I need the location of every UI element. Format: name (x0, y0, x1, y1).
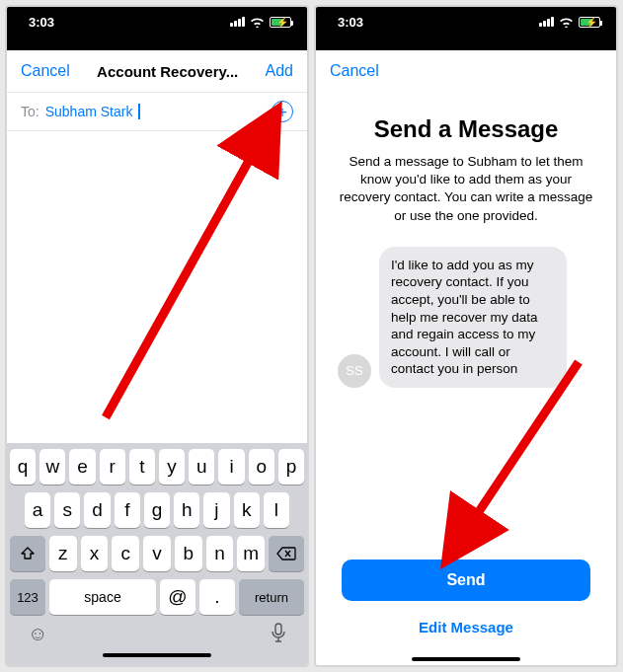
key-h[interactable]: h (174, 492, 199, 528)
key-row-2: asdfghjkl (10, 492, 304, 528)
status-bar: 3:03 ⚡ (7, 7, 307, 37)
content-area: Send a Message Send a message to Subham … (316, 92, 616, 665)
status-time: 3:03 (338, 15, 363, 30)
key-o[interactable]: o (249, 449, 274, 485)
shift-key[interactable] (10, 536, 45, 571)
key-f[interactable]: f (115, 492, 140, 528)
to-field[interactable]: To: Subham Stark + (7, 92, 307, 131)
nav-bar: Cancel (316, 50, 616, 92)
key-l[interactable]: l (264, 492, 289, 528)
add-button[interactable]: Add (266, 62, 293, 80)
page-subtitle: Send a message to Subham to let them kno… (334, 153, 598, 225)
key-y[interactable]: y (159, 449, 185, 485)
key-b[interactable]: b (175, 536, 202, 571)
message-bubble: I'd like to add you as my recovery conta… (379, 247, 567, 388)
key-row-1: qwertyuiop (10, 449, 304, 485)
at-key[interactable]: @ (160, 579, 195, 615)
key-m[interactable]: m (237, 536, 265, 571)
nav-title: Account Recovery... (97, 63, 238, 80)
add-recipient-button[interactable]: + (272, 101, 293, 122)
key-v[interactable]: v (143, 536, 171, 571)
numbers-key[interactable]: 123 (10, 579, 45, 615)
key-q[interactable]: q (10, 449, 36, 485)
key-w[interactable]: w (39, 449, 65, 485)
page-title: Send a Message (334, 115, 598, 143)
key-c[interactable]: c (112, 536, 139, 571)
key-k[interactable]: k (234, 492, 260, 528)
key-r[interactable]: r (100, 449, 125, 485)
key-u[interactable]: u (189, 449, 214, 485)
space-key[interactable]: space (49, 579, 156, 615)
cellular-icon (230, 17, 245, 27)
avatar: SS (338, 354, 371, 388)
annotation-arrow (66, 102, 293, 427)
key-n[interactable]: n (206, 536, 234, 571)
status-time: 3:03 (29, 15, 54, 30)
emoji-key[interactable]: ☺ (28, 623, 47, 647)
svg-rect-1 (275, 624, 281, 635)
dictation-key[interactable] (271, 623, 286, 647)
svg-line-2 (450, 362, 579, 555)
key-d[interactable]: d (84, 492, 110, 528)
cancel-button[interactable]: Cancel (330, 62, 379, 80)
black-spacer (316, 37, 616, 50)
to-recipient[interactable]: Subham Stark (45, 104, 133, 119)
send-button[interactable]: Send (342, 560, 590, 601)
edit-message-button[interactable]: Edit Message (334, 611, 598, 643)
cancel-button[interactable]: Cancel (21, 62, 70, 80)
status-icons: ⚡ (539, 17, 600, 28)
keyboard: qwertyuiop asdfghjkl zxcvbnm 123 space @… (7, 443, 307, 665)
key-p[interactable]: p (278, 449, 304, 485)
key-j[interactable]: j (203, 492, 229, 528)
to-label: To: (21, 104, 39, 119)
phone-right: 3:03 ⚡ Cancel Send a Message Send a mess… (314, 5, 618, 667)
home-indicator[interactable] (412, 657, 520, 661)
battery-icon: ⚡ (579, 17, 600, 28)
battery-icon: ⚡ (270, 17, 291, 28)
key-e[interactable]: e (69, 449, 95, 485)
message-preview: SS I'd like to add you as my recovery co… (334, 247, 598, 388)
delete-key[interactable] (269, 536, 304, 571)
key-t[interactable]: t (129, 449, 155, 485)
key-s[interactable]: s (54, 492, 80, 528)
key-a[interactable]: a (25, 492, 50, 528)
black-spacer (7, 37, 307, 50)
content-area (7, 131, 307, 443)
text-cursor (138, 104, 140, 119)
return-key[interactable]: return (239, 579, 304, 615)
key-row-4: 123 space @ . return (10, 579, 304, 615)
keyboard-bottom: ☺ (10, 619, 304, 647)
nav-bar: Cancel Account Recovery... Add (7, 50, 307, 92)
svg-line-0 (106, 116, 273, 417)
status-bar: 3:03 ⚡ (316, 7, 616, 37)
key-x[interactable]: x (81, 536, 109, 571)
wifi-icon (559, 17, 574, 28)
key-g[interactable]: g (144, 492, 170, 528)
wifi-icon (250, 17, 265, 28)
period-key[interactable]: . (199, 579, 235, 615)
cellular-icon (539, 17, 554, 27)
phone-left: 3:03 ⚡ Cancel Account Recovery... Add To… (5, 5, 309, 667)
key-i[interactable]: i (218, 449, 244, 485)
key-z[interactable]: z (49, 536, 77, 571)
home-indicator[interactable] (103, 653, 211, 657)
key-row-3: zxcvbnm (10, 536, 304, 571)
status-icons: ⚡ (230, 17, 291, 28)
